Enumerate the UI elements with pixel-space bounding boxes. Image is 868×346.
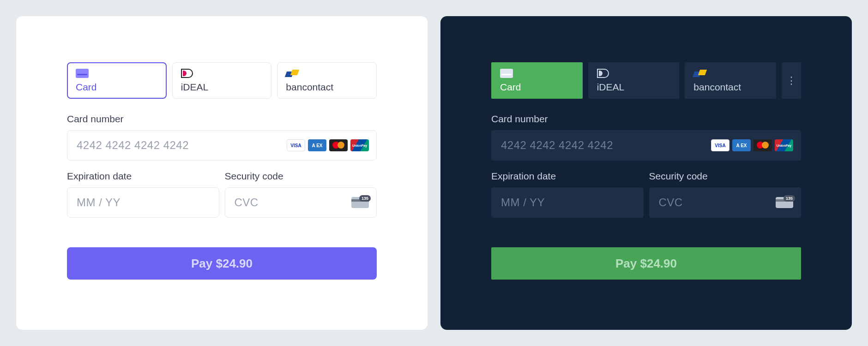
card-number-input[interactable]: 4242 4242 4242 4242 VISA A EX UnionPay: [67, 130, 377, 161]
card-brand-icons: VISA A EX UnionPay: [287, 139, 369, 151]
cvc-hint-icon: [351, 197, 369, 208]
tab-bancontact[interactable]: bancontact: [277, 62, 377, 99]
expiry-input[interactable]: MM / YY: [67, 187, 219, 218]
card-number-placeholder: 4242 4242 4242 4242: [77, 139, 189, 152]
visa-icon: VISA: [287, 139, 305, 151]
tab-ideal[interactable]: iDEAL: [588, 62, 680, 99]
expiry-label: Expiration date: [491, 171, 644, 182]
pay-button[interactable]: Pay $24.90: [67, 247, 377, 280]
visa-icon: VISA: [711, 139, 729, 151]
unionpay-icon: UnionPay: [775, 139, 793, 151]
amex-icon: A EX: [732, 139, 751, 151]
expiry-placeholder: MM / YY: [501, 196, 545, 209]
more-vertical-icon: ⋮: [786, 75, 796, 87]
payment-method-tabs: Card iDEAL bancontact: [67, 62, 377, 99]
card-icon: [76, 69, 89, 78]
cvc-placeholder: CVC: [659, 196, 683, 209]
tab-card-label: Card: [76, 82, 158, 93]
unionpay-icon: UnionPay: [350, 139, 369, 151]
cvc-hint-icon: [776, 197, 793, 208]
card-number-placeholder: 4242 4242 4242 4242: [501, 139, 613, 152]
card-number-label: Card number: [67, 113, 377, 125]
tab-ideal-label: iDEAL: [597, 82, 671, 93]
checkout-dark-panel: Card iDEAL bancontact ⋮ Card number 4242…: [440, 16, 852, 330]
tab-card[interactable]: Card: [67, 62, 167, 99]
cvc-label: Security code: [225, 171, 377, 182]
tab-bancontact-label: bancontact: [286, 82, 368, 93]
card-number-label: Card number: [491, 113, 801, 125]
more-methods-button[interactable]: ⋮: [782, 62, 801, 99]
cvc-label: Security code: [649, 171, 802, 182]
card-brand-icons: VISA A EX UnionPay: [711, 139, 793, 151]
checkout-light-panel: Card iDEAL bancontact Card number 4242 4…: [16, 16, 428, 330]
expiry-input[interactable]: MM / YY: [491, 187, 644, 218]
ideal-icon: [181, 69, 193, 78]
expiry-placeholder: MM / YY: [77, 196, 121, 209]
card-icon: [500, 69, 513, 78]
bancontact-icon: [286, 70, 299, 77]
tab-ideal-label: iDEAL: [181, 82, 263, 93]
expiry-label: Expiration date: [67, 171, 219, 182]
amex-icon: A EX: [308, 139, 326, 151]
cvc-placeholder: CVC: [235, 196, 259, 209]
cvc-input[interactable]: CVC: [225, 187, 377, 218]
tab-bancontact-label: bancontact: [693, 82, 767, 93]
tab-bancontact[interactable]: bancontact: [685, 62, 776, 99]
mastercard-icon: [753, 139, 772, 151]
bancontact-icon: [693, 70, 706, 77]
card-number-input[interactable]: 4242 4242 4242 4242 VISA A EX UnionPay: [491, 130, 801, 161]
payment-method-tabs: Card iDEAL bancontact ⋮: [491, 62, 801, 99]
tab-ideal[interactable]: iDEAL: [172, 62, 272, 99]
tab-card-label: Card: [500, 82, 574, 93]
pay-button[interactable]: Pay $24.90: [491, 247, 801, 280]
tab-card[interactable]: Card: [491, 62, 583, 99]
mastercard-icon: [329, 139, 348, 151]
ideal-icon: [597, 69, 609, 78]
cvc-input[interactable]: CVC: [649, 187, 802, 218]
